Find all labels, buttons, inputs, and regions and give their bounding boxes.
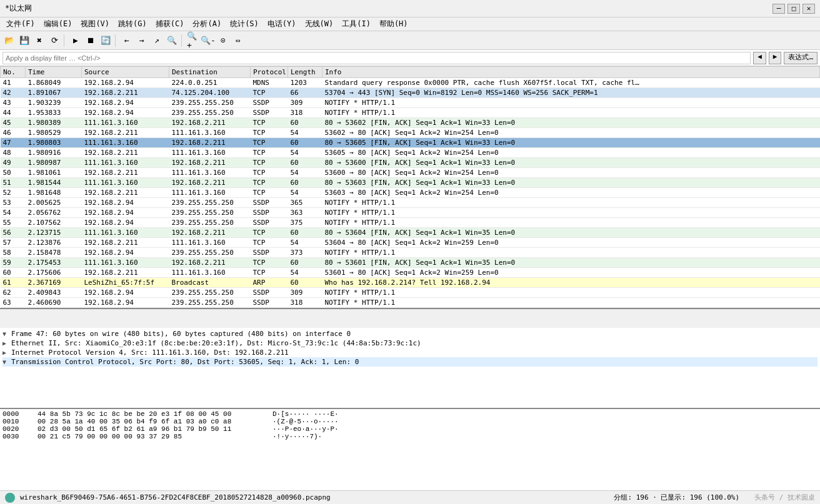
toolbar-find[interactable]: 🔍	[165, 34, 179, 47]
collapse-icon[interactable]: ▼	[2, 330, 11, 337]
menu-item-G[interactable]: 跳转(G)	[114, 17, 151, 31]
titlebar: *以太网 ─ □ ✕	[0, 0, 820, 17]
col-header-time[interactable]: Time	[26, 67, 82, 78]
table-row[interactable]: 451.980389111.161.3.160192.168.2.211TCP6…	[1, 118, 820, 128]
table-row[interactable]: 491.980987111.161.3.160192.168.2.211TCP6…	[1, 158, 820, 168]
title-text: *以太网	[5, 3, 32, 14]
detail-text: Frame 47: 60 bytes on wire (480 bits), 6…	[11, 330, 818, 338]
packet-table: No. Time Source Destination Protocol Len…	[0, 66, 820, 308]
table-row[interactable]: 572.123876192.168.2.211111.161.3.160TCP5…	[1, 238, 820, 248]
table-row[interactable]: 461.980529192.168.2.211111.161.3.160TCP5…	[1, 128, 820, 138]
hex-row: 001000 28 5a 1a 40 00 35 06 b4 f9 6f a1 …	[2, 418, 818, 425]
detail-row[interactable]: ▶Internet Protocol Version 4, Src: 111.1…	[2, 348, 818, 357]
toolbar-close[interactable]: ✖	[32, 34, 46, 47]
menu-item-W[interactable]: 无线(W)	[301, 17, 338, 31]
sep1	[64, 34, 66, 47]
menu-item-S[interactable]: 统计(S)	[226, 17, 262, 31]
filterbar: ◀ ▶ 表达式…	[0, 50, 820, 66]
table-row[interactable]: 481.980916192.168.2.211111.161.3.160TCP5…	[1, 148, 820, 158]
menu-item-E[interactable]: 编辑(E)	[40, 17, 76, 31]
hex-row: 002002 d3 00 50 d1 65 6f b2 61 a9 96 b1 …	[2, 425, 818, 433]
toolbar-restart[interactable]: 🔄	[99, 34, 112, 47]
hex-pane[interactable]: 000044 8a 5b 73 9c 1c 8c be be 20 e3 1f …	[0, 409, 820, 490]
table-row[interactable]: 501.981061192.168.2.211111.161.3.160TCP5…	[1, 168, 820, 178]
sep3	[181, 34, 184, 47]
detail-row[interactable]: ▼Frame 47: 60 bytes on wire (480 bits), …	[2, 329, 818, 338]
table-row[interactable]: 552.107562192.168.2.94239.255.255.250SSD…	[1, 218, 820, 228]
minimize-button[interactable]: ─	[772, 4, 785, 14]
toolbar-goto[interactable]: ↗	[150, 34, 164, 47]
toolbar-refresh[interactable]: ⟳	[48, 34, 61, 47]
menu-item-A[interactable]: 分析(A)	[189, 17, 225, 31]
col-header-protocol[interactable]: Protocol	[251, 67, 288, 78]
hex-row: 003000 21 c5 79 00 00 00 00 93 37 29 85·…	[2, 433, 818, 440]
detail-pane[interactable]: ▼Frame 47: 60 bytes on wire (480 bits), …	[0, 328, 820, 409]
menu-item-H[interactable]: 帮助(H)	[376, 17, 412, 31]
table-row[interactable]: 622.409843192.168.2.94239.255.255.250SSD…	[1, 288, 820, 298]
menu-item-V[interactable]: 视图(V)	[77, 17, 113, 31]
toolbar-stop[interactable]: ⏹	[84, 34, 98, 47]
hex-row: 000044 8a 5b 73 9c 1c 8c be be 20 e3 1f …	[2, 410, 818, 418]
expand-icon[interactable]: ▶	[2, 349, 11, 356]
detail-row[interactable]: ▶Ethernet II, Src: XiaomiCo_20:e3:1f (8c…	[2, 338, 818, 348]
toolbar-save[interactable]: 💾	[18, 34, 31, 47]
toolbar-zoom-in[interactable]: 🔍+	[186, 34, 200, 47]
status-file: wireshark_B6F90469-75A6-4651-B756-2FD2C4…	[20, 493, 331, 502]
status-brand: 头条号 / 技术圆桌	[754, 493, 815, 502]
col-header-no[interactable]: No.	[1, 67, 26, 78]
table-row[interactable]: 562.123715111.161.3.160192.168.2.211TCP6…	[1, 228, 820, 238]
detail-text: Transmission Control Protocol, Src Port:…	[11, 358, 818, 366]
col-header-info[interactable]: Info	[322, 67, 820, 78]
table-row[interactable]: 532.005625192.168.2.94239.255.255.250SSD…	[1, 198, 820, 208]
table-row[interactable]: 632.460690192.168.2.94239.255.255.250SSD…	[1, 298, 820, 308]
maximize-button[interactable]: □	[788, 4, 800, 14]
table-row[interactable]: 592.175453111.161.3.160192.168.2.211TCP6…	[1, 258, 820, 268]
table-row[interactable]: 441.953833192.168.2.94239.255.255.250SSD…	[1, 108, 820, 118]
col-header-destination[interactable]: Destination	[169, 67, 251, 78]
packet-list[interactable]: No. Time Source Destination Protocol Len…	[0, 66, 820, 309]
filter-left-btn[interactable]: ◀	[753, 52, 766, 64]
table-row[interactable]: 612.367169LeShiZhi_65:7f:5fBroadcastARP6…	[1, 278, 820, 288]
packet-tbody: 411.868049192.168.2.94224.0.0.251MDNS120…	[1, 78, 820, 308]
toolbar-forward[interactable]: →	[135, 34, 149, 47]
toolbar-resize[interactable]: ⇔	[231, 34, 245, 47]
packet-list-container: No. Time Source Destination Protocol Len…	[0, 66, 820, 328]
toolbar-zoom-out[interactable]: 🔍-	[201, 34, 215, 47]
table-row[interactable]: 421.891067192.168.2.21174.125.204.100TCP…	[1, 88, 820, 98]
filter-input[interactable]	[2, 52, 751, 64]
menu-item-F[interactable]: 文件(F)	[2, 17, 39, 31]
close-button[interactable]: ✕	[802, 4, 815, 14]
table-row[interactable]: 602.175606192.168.2.211111.161.3.160TCP5…	[1, 268, 820, 278]
toolbar-back[interactable]: ←	[120, 34, 134, 47]
col-header-length[interactable]: Length	[288, 67, 322, 78]
toolbar: 📂 💾 ✖ ⟳ ▶ ⏹ 🔄 ← → ↗ 🔍 🔍+ 🔍- ⊙ ⇔	[0, 31, 820, 50]
col-header-source[interactable]: Source	[82, 67, 169, 78]
sep2	[115, 34, 118, 47]
toolbar-zoom-reset[interactable]: ⊙	[216, 34, 230, 47]
table-row[interactable]: 431.903239192.168.2.94239.255.255.250SSD…	[1, 98, 820, 108]
menu-item-Y[interactable]: 电话(Y)	[264, 17, 300, 31]
window-buttons: ─ □ ✕	[772, 4, 815, 14]
menubar: 文件(F)编辑(E)视图(V)跳转(G)捕获(C)分析(A)统计(S)电话(Y)…	[0, 17, 820, 31]
detail-row[interactable]: ▼Transmission Control Protocol, Src Port…	[2, 357, 818, 367]
table-header: No. Time Source Destination Protocol Len…	[1, 67, 820, 78]
status-stats: 分组: 196 · 已显示: 196 (100.0%)	[614, 493, 739, 502]
status-icon	[5, 493, 15, 503]
menu-item-I[interactable]: 工具(I)	[338, 17, 374, 31]
table-row[interactable]: 521.981648192.168.2.211111.161.3.160TCP5…	[1, 188, 820, 198]
table-row[interactable]: 411.868049192.168.2.94224.0.0.251MDNS120…	[1, 78, 820, 88]
collapse-icon[interactable]: ▼	[2, 358, 11, 365]
statusbar: wireshark_B6F90469-75A6-4651-B756-2FD2C4…	[0, 490, 820, 504]
table-row[interactable]: 471.980803111.161.3.160192.168.2.211TCP6…	[1, 138, 820, 148]
expression-btn[interactable]: 表达式…	[784, 52, 818, 64]
table-row[interactable]: 542.056762192.168.2.94239.255.255.250SSD…	[1, 208, 820, 218]
expand-icon[interactable]: ▶	[2, 340, 11, 347]
table-row[interactable]: 582.158478192.168.2.94239.255.255.250SSD…	[1, 248, 820, 258]
toolbar-open[interactable]: 📂	[2, 34, 16, 47]
main-content: No. Time Source Destination Protocol Len…	[0, 66, 820, 490]
menu-item-C[interactable]: 捕获(C)	[152, 17, 188, 31]
filter-right-btn[interactable]: ▶	[769, 52, 782, 64]
table-row[interactable]: 511.981544111.161.3.160192.168.2.211TCP6…	[1, 178, 820, 188]
detail-text: Ethernet II, Src: XiaomiCo_20:e3:1f (8c:…	[11, 339, 818, 347]
toolbar-start[interactable]: ▶	[69, 34, 82, 47]
